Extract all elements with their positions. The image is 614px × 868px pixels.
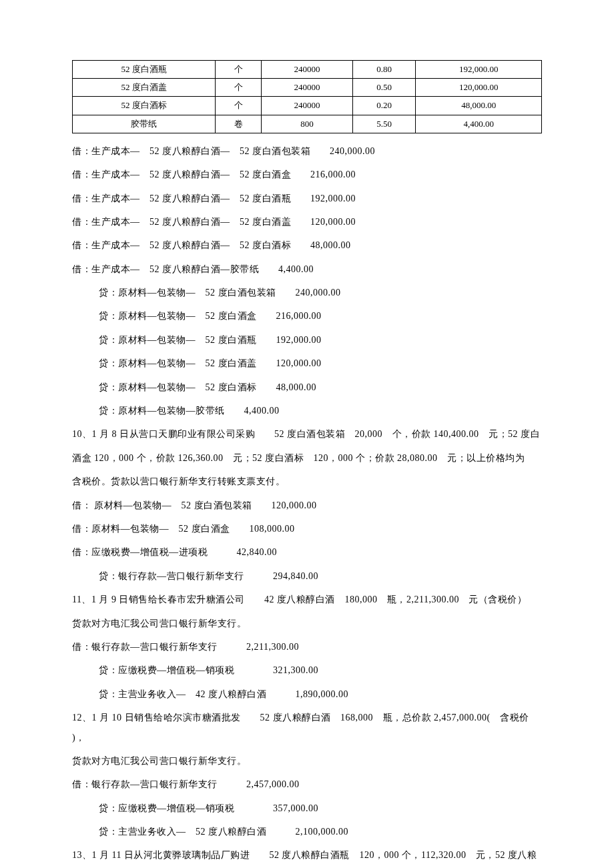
journal-credit: 贷：原材料—包装物— 52 度白酒盒 216,000.00 bbox=[72, 306, 542, 326]
cell-qty: 240000 bbox=[261, 79, 352, 97]
cell-amount: 192,000.00 bbox=[416, 61, 542, 79]
journal-debit: 借：生产成本— 52 度八粮醇白酒— 52 度白酒盒 216,000.00 bbox=[72, 165, 542, 184]
cell-price: 0.80 bbox=[353, 61, 416, 79]
journal-debit: 借：生产成本— 52 度八粮醇白酒—胶带纸 4,400.00 bbox=[72, 260, 542, 279]
table-row: 52 度白酒瓶 个 240000 0.80 192,000.00 bbox=[73, 61, 542, 79]
journal-debit: 借：银行存款—营口银行新华支行 2,457,000.00 bbox=[72, 775, 542, 794]
paragraph-12: 货款对方电汇我公司营口银行新华支行。 bbox=[72, 751, 542, 771]
journal-credit: 贷：原材料—包装物—胶带纸 4,400.00 bbox=[72, 401, 542, 420]
journal-credit: 贷：原材料—包装物— 52 度白酒包装箱 240,000.00 bbox=[72, 283, 542, 302]
journal-credit: 贷：应缴税费—增值税—销项税 357,000.00 bbox=[72, 799, 542, 818]
paragraph-13: 13、1 月 11 日从河北黄骅玻璃制品厂购进 52 度八粮醇白酒瓶 120，0… bbox=[72, 845, 542, 865]
journal-debit: 借：银行存款—营口银行新华支行 2,211,300.00 bbox=[72, 637, 542, 657]
paragraph-11: 货款对方电汇我公司营口银行新华支行。 bbox=[72, 614, 542, 633]
journal-credit: 贷：主营业务收入— 42 度八粮醇白酒 1,890,000.00 bbox=[72, 685, 542, 704]
table-row: 52 度白酒盖 个 240000 0.50 120,000.00 bbox=[73, 79, 542, 97]
journal-debit: 借：生产成本— 52 度八粮醇白酒— 52 度白酒盖 120,000.00 bbox=[72, 212, 542, 232]
table-row: 胶带纸 卷 800 5.50 4,400.00 bbox=[73, 115, 542, 133]
journal-debit: 借：原材料—包装物— 52 度白酒盒 108,000.00 bbox=[72, 519, 542, 538]
paragraph-10: 酒盒 120，000 个，价款 126,360.00 元；52 度白酒标 120… bbox=[72, 448, 542, 468]
materials-table: 52 度白酒瓶 个 240000 0.80 192,000.00 52 度白酒盖… bbox=[72, 60, 542, 133]
journal-credit: 贷：应缴税费—增值税—销项税 321,300.00 bbox=[72, 661, 542, 680]
journal-debit: 借：生产成本— 52 度八粮醇白酒— 52 度白酒包装箱 240,000.00 bbox=[72, 141, 542, 161]
journal-debit: 借：应缴税费—增值税—进项税 42,840.00 bbox=[72, 542, 542, 562]
cell-unit: 个 bbox=[216, 79, 262, 97]
cell-amount: 48,000.00 bbox=[416, 97, 542, 115]
journal-debit: 借：生产成本— 52 度八粮醇白酒— 52 度白酒标 48,000.00 bbox=[72, 236, 542, 255]
cell-name: 52 度白酒标 bbox=[73, 97, 216, 115]
cell-name: 52 度白酒盖 bbox=[73, 79, 216, 97]
journal-debit: 借：生产成本— 52 度八粮醇白酒— 52 度白酒瓶 192,000.00 bbox=[72, 189, 542, 208]
cell-qty: 800 bbox=[261, 115, 352, 133]
journal-credit: 贷：原材料—包装物— 52 度白酒盖 120,000.00 bbox=[72, 354, 542, 373]
journal-credit: 贷：原材料—包装物— 52 度白酒标 48,000.00 bbox=[72, 378, 542, 397]
cell-name: 胶带纸 bbox=[73, 115, 216, 133]
cell-qty: 240000 bbox=[261, 97, 352, 115]
journal-credit: 贷：银行存款—营口银行新华支行 294,840.00 bbox=[72, 566, 542, 586]
paragraph-10: 10、1 月 8 日从营口天鹏印业有限公司采购 52 度白酒包装箱 20,000… bbox=[72, 424, 542, 444]
cell-price: 0.20 bbox=[353, 97, 416, 115]
journal-credit: 贷：原材料—包装物— 52 度白酒瓶 192,000.00 bbox=[72, 330, 542, 350]
cell-amount: 4,400.00 bbox=[416, 115, 542, 133]
journal-credit: 贷：主营业务收入— 52 度八粮醇白酒 2,100,000.00 bbox=[72, 822, 542, 841]
cell-unit: 个 bbox=[216, 61, 262, 79]
paragraph-11: 11、1 月 9 日销售给长春市宏升糖酒公司 42 度八粮醇白酒 180,000… bbox=[72, 590, 542, 609]
cell-amount: 120,000.00 bbox=[416, 79, 542, 97]
paragraph-10: 含税价。货款以营口银行新华支行转账支票支付。 bbox=[72, 472, 542, 491]
cell-qty: 240000 bbox=[261, 61, 352, 79]
cell-unit: 个 bbox=[216, 97, 262, 115]
table-row: 52 度白酒标 个 240000 0.20 48,000.00 bbox=[73, 97, 542, 115]
paragraph-12: 12、1 月 10 日销售给哈尔滨市糖酒批发 52 度八粮醇白酒 168,000… bbox=[72, 708, 542, 747]
cell-unit: 卷 bbox=[216, 115, 262, 133]
cell-price: 5.50 bbox=[353, 115, 416, 133]
cell-price: 0.50 bbox=[353, 79, 416, 97]
journal-debit: 借： 原材料—包装物— 52 度白酒包装箱 120,000.00 bbox=[72, 496, 542, 515]
cell-name: 52 度白酒瓶 bbox=[73, 61, 216, 79]
